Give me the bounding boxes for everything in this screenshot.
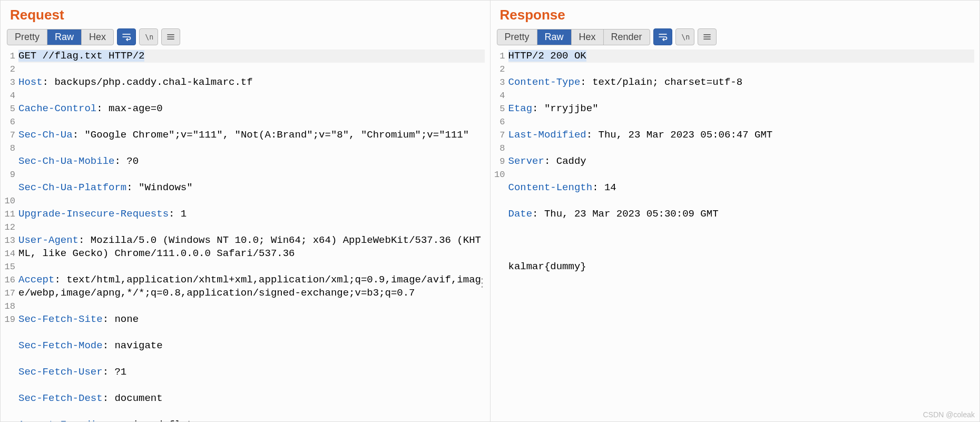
wrap-lines-icon[interactable]: [117, 28, 136, 45]
code-line: Sec-Ch-Ua: "Google Chrome";v="111", "Not…: [18, 129, 485, 142]
code-line: Sec-Fetch-Site: none: [18, 313, 485, 326]
request-code[interactable]: GET //flag.txt HTTP/2 Host: backups/php.…: [18, 50, 490, 421]
response-title: Response: [491, 1, 980, 26]
response-tabs: PrettyRawHexRender: [497, 29, 650, 45]
code-line: Sec-Ch-Ua-Mobile: ?0: [18, 155, 485, 168]
menu-icon[interactable]: [161, 28, 180, 45]
tab-raw[interactable]: Raw: [537, 30, 572, 45]
show-nonprint-icon[interactable]: \n: [139, 28, 158, 45]
code-line: Cache-Control: max-age=0: [18, 102, 485, 115]
tab-hex[interactable]: Hex: [82, 30, 113, 45]
request-editor[interactable]: 12345678910111213141516171819 GET //flag…: [1, 48, 490, 421]
response-code[interactable]: HTTP/2 200 OK Content-Type: text/plain; …: [508, 50, 980, 421]
svg-text:\n: \n: [145, 33, 153, 41]
response-editor[interactable]: 12345678910 HTTP/2 200 OK Content-Type: …: [491, 48, 980, 421]
code-line: [508, 287, 975, 300]
request-tabs: PrettyRawHex: [7, 29, 114, 45]
code-line: kalmar{dummy}: [508, 260, 975, 273]
tab-raw[interactable]: Raw: [47, 30, 82, 45]
code-line: Sec-Fetch-Mode: navigate: [18, 339, 485, 352]
code-line: User-Agent: Mozilla/5.0 (Windows NT 10.0…: [18, 234, 485, 260]
code-line: GET //flag.txt HTTP/2: [18, 50, 485, 63]
tab-render[interactable]: Render: [604, 30, 650, 45]
wrap-lines-icon[interactable]: [653, 28, 672, 45]
more-vert-icon[interactable]: ⋮: [476, 276, 487, 290]
code-line: Accept-Encoding: gzip, deflate: [18, 418, 485, 421]
code-line: Sec-Fetch-Dest: document: [18, 392, 485, 405]
code-line: Server: Caddy: [508, 155, 975, 168]
code-line: Accept: text/html,application/xhtml+xml,…: [18, 273, 485, 300]
code-line: Content-Length: 14: [508, 181, 975, 194]
svg-text:\n: \n: [681, 33, 690, 41]
request-title: Request: [1, 1, 490, 26]
request-toolbar: PrettyRawHex \n: [1, 26, 490, 48]
show-nonprint-icon[interactable]: \n: [675, 28, 694, 45]
watermark-text: CSDN @coleak: [923, 410, 975, 419]
tab-pretty[interactable]: Pretty: [7, 30, 47, 45]
code-line: Etag: "rryjjbe": [508, 102, 975, 115]
code-line: Date: Thu, 23 Mar 2023 05:30:09 GMT: [508, 208, 975, 221]
code-line: Sec-Ch-Ua-Platform: "Windows": [18, 181, 485, 194]
response-pane: Response PrettyRawHexRender \n 123456789…: [491, 1, 980, 421]
code-line: [508, 234, 975, 247]
code-line: Last-Modified: Thu, 23 Mar 2023 05:06:47…: [508, 129, 975, 142]
code-line: HTTP/2 200 OK: [508, 50, 975, 63]
code-line: Content-Type: text/plain; charset=utf-8: [508, 76, 975, 89]
tab-hex[interactable]: Hex: [572, 30, 604, 45]
tab-pretty[interactable]: Pretty: [497, 30, 537, 45]
response-toolbar: PrettyRawHexRender \n: [491, 26, 980, 48]
code-line: Sec-Fetch-User: ?1: [18, 366, 485, 379]
code-line: Upgrade-Insecure-Requests: 1: [18, 208, 485, 221]
response-gutter: 12345678910: [491, 50, 508, 421]
code-line: Host: backups/php.caddy.chal-kalmarc.tf: [18, 76, 485, 89]
menu-icon[interactable]: [698, 28, 717, 45]
request-gutter: 12345678910111213141516171819: [1, 50, 18, 421]
request-pane: Request PrettyRawHex \n 1234567891011121…: [1, 1, 491, 421]
